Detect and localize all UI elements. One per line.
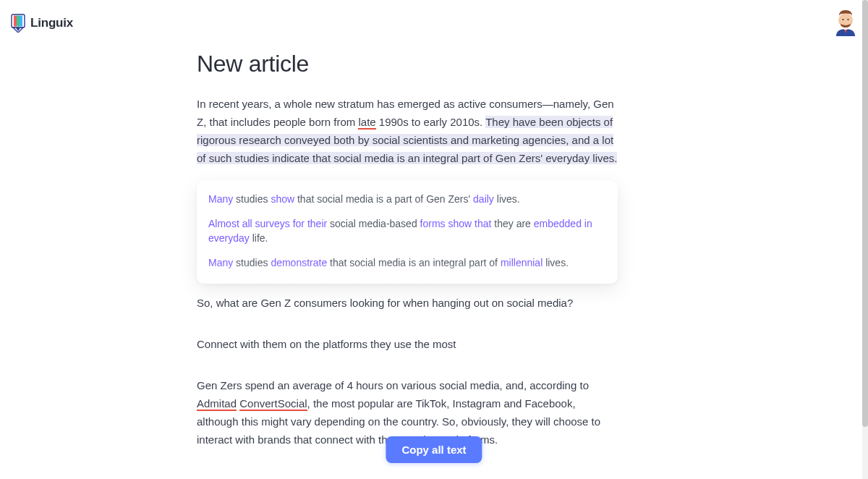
suggestion-highlight: demonstrate — [271, 257, 327, 268]
header: Linguix — [10, 9, 858, 38]
grammar-error[interactable]: Admitad — [197, 397, 237, 411]
suggestion-highlight: daily — [473, 193, 494, 205]
svg-rect-3 — [20, 16, 22, 27]
suggestion-text: social media-based — [327, 218, 420, 229]
suggestion-highlight: millennial — [501, 257, 542, 268]
svg-point-6 — [842, 19, 843, 20]
paragraph-2[interactable]: So, what are Gen Z consumers looking for… — [197, 294, 618, 312]
paragraph-3[interactable]: Connect with them on the platforms they … — [197, 335, 618, 353]
suggestion-text: lives. — [494, 193, 520, 205]
rewrite-suggestion[interactable]: Social media is an integral part of peop… — [208, 280, 606, 284]
suggestion-text: Social media is an integral part of — [208, 281, 361, 284]
suggestion-text: that social media is a part of Gen Zers' — [294, 193, 473, 205]
suggestion-text: they are — [491, 218, 533, 229]
svg-point-7 — [847, 19, 848, 20]
brand-name: Linguix — [30, 16, 73, 30]
svg-rect-4 — [844, 28, 848, 30]
rewrite-suggestions-panel: Many studies show that social media is a… — [197, 180, 618, 284]
text: 1990s to early 2010s. — [376, 116, 486, 128]
suggestion-highlight: show — [271, 193, 294, 205]
avatar[interactable] — [833, 9, 858, 38]
article-title[interactable]: New article — [197, 51, 618, 77]
suggestion-text: life. — [250, 232, 268, 244]
grammar-error[interactable]: ConvertSocial — [239, 397, 307, 411]
rewrite-suggestion[interactable]: Many studies show that social media is a… — [208, 192, 606, 206]
suggestion-highlight: people's daily — [361, 281, 422, 284]
suggestion-highlight: Almost all surveys for their — [208, 218, 327, 229]
suggestion-highlight: Many — [208, 257, 233, 268]
copy-all-text-button[interactable]: Copy all text — [386, 436, 482, 463]
suggestion-text: studies — [233, 193, 271, 205]
suggestion-text: lives. — [422, 281, 448, 284]
paragraph-1[interactable]: In recent years, a whole new stratum has… — [197, 95, 618, 167]
editor-content[interactable]: New article In recent years, a whole new… — [197, 51, 618, 462]
rewrite-suggestion[interactable]: Many studies demonstrate that social med… — [208, 255, 606, 270]
suggestion-text: lives. — [542, 257, 569, 268]
svg-rect-1 — [14, 16, 17, 27]
scrollbar[interactable] — [862, 0, 868, 479]
suggestion-highlight: Many — [208, 193, 233, 205]
linguix-icon — [10, 14, 26, 33]
brand-logo[interactable]: Linguix — [10, 14, 73, 33]
rewrite-suggestion[interactable]: Almost all surveys for their social medi… — [208, 216, 606, 245]
text: Gen Zers spend an average of 4 hours on … — [197, 379, 589, 391]
suggestion-text: studies — [233, 257, 271, 268]
svg-rect-2 — [17, 16, 20, 27]
suggestion-highlight: forms show that — [420, 218, 492, 229]
grammar-error[interactable]: late — [358, 116, 375, 130]
suggestion-text: that social media is an integral part of — [327, 257, 501, 268]
